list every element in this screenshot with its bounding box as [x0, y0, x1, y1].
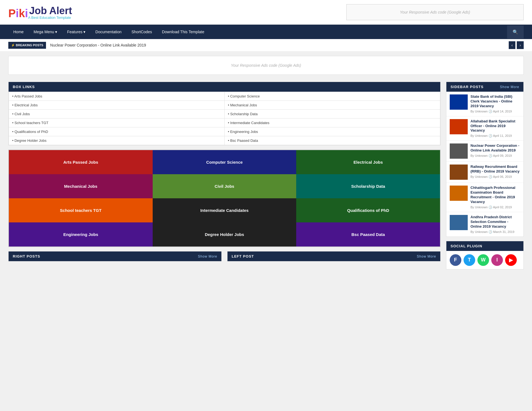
list-item[interactable]: • School teachers TGT — [9, 119, 225, 127]
grid-item[interactable]: Computer Science — [153, 150, 296, 174]
logo-sub: A Best Education Template — [28, 16, 72, 20]
right-posts-col: RIGHT POSTS Show More — [8, 251, 222, 261]
sidebar-post-content: Andhra Pradesh District Selection Commit… — [470, 215, 520, 234]
sidebar-post[interactable]: Allahabad Bank Specialist Officer - Onli… — [446, 116, 523, 141]
breaking-badge: ⚡ BREAKING POSTS — [8, 42, 46, 49]
box-links-section: BOX LINKS • Arts Passed Jobs• Computer S… — [8, 82, 441, 145]
grid-item[interactable]: Electrical Jobs — [296, 150, 440, 174]
sidebar-post[interactable]: Chhattisgarh Professional Examination Bo… — [446, 183, 523, 212]
sidebar-post-meta: By Unknown 🕓 April 14, 2019 — [470, 110, 520, 113]
logo[interactable]: Piki Job Alert A Best Education Template — [8, 5, 72, 20]
colored-grid: Arts Passed JobsComputer ScienceElectric… — [8, 150, 441, 247]
grid-item[interactable]: Arts Passed Jobs — [9, 150, 153, 174]
sidebar-posts-section: SIDEBAR POSTS Show More State Bank of In… — [446, 82, 524, 237]
facebook-icon[interactable]: F — [450, 254, 461, 266]
nav-shortcodes[interactable]: ShortCodes — [127, 25, 157, 39]
table-row: • Arts Passed Jobs• Computer Science — [9, 92, 440, 101]
grid-item[interactable]: Scholarship Data — [296, 174, 440, 198]
nav-documentation[interactable]: Documentation — [90, 25, 126, 39]
sidebar-post-meta: By Unknown 🕓 March 31, 2019 — [470, 230, 520, 234]
content-ads-banner: Your Responsive Ads code (Google Ads) — [8, 56, 524, 75]
grid-item[interactable]: Civil Jobs — [153, 174, 296, 198]
sidebar: SIDEBAR POSTS Show More State Bank of In… — [446, 82, 524, 274]
logo-text-block: Job Alert A Best Education Template — [28, 5, 72, 20]
sidebar-thumb — [450, 143, 468, 159]
list-item[interactable]: • Arts Passed Jobs — [9, 92, 225, 101]
header: Piki Job Alert A Best Education Template… — [0, 0, 532, 25]
left-post-col: LEFT POST Show More — [227, 251, 441, 261]
sidebar-posts-list: State Bank of India (SBI) Clerk Vacancie… — [446, 92, 523, 237]
list-item[interactable]: • Computer Science — [224, 92, 440, 101]
sidebar-post[interactable]: Andhra Pradesh District Selection Commit… — [446, 212, 523, 237]
list-item[interactable]: • Intermediate Candidates — [224, 119, 440, 127]
sidebar-thumb — [450, 186, 468, 201]
left-post-show-more[interactable]: Show More — [417, 255, 436, 258]
social-icons-list: FTWI▶ — [446, 251, 523, 269]
sidebar-post-content: State Bank of India (SBI) Clerk Vacancie… — [470, 94, 520, 113]
list-item[interactable]: • Qualifications of PhD — [9, 127, 225, 136]
sidebar-post-meta: By Unknown 🕓 April 02, 2019 — [470, 206, 520, 209]
list-item[interactable]: • Degree Holder Jobs — [9, 136, 225, 145]
table-row: • Degree Holder Jobs• Bsc Paased Data — [9, 136, 440, 145]
sidebar-posts-header: SIDEBAR POSTS Show More — [446, 82, 523, 92]
table-row: • School teachers TGT• Intermediate Cand… — [9, 119, 440, 127]
grid-item[interactable]: Qualifications of PhD — [296, 198, 440, 222]
sidebar-post[interactable]: Railway Recruitment Board (RRB) - Online… — [446, 162, 523, 183]
sidebar-post-content: Railway Recruitment Board (RRB) - Online… — [470, 165, 520, 180]
header-ads-banner: Your Responsive Ads code (Google Ads) — [346, 4, 524, 20]
table-row: • Civil Jobs• Scholarship Data — [9, 110, 440, 119]
sidebar-thumb — [450, 215, 468, 230]
whatsapp-icon[interactable]: W — [477, 254, 489, 266]
list-item[interactable]: • Bsc Paased Data — [224, 136, 440, 145]
left-post-header: LEFT POST Show More — [227, 251, 440, 261]
table-row: • Qualifications of PhD• Engineering Job… — [9, 127, 440, 136]
table-row: • Electrical Jobs• Mechanical Jobs — [9, 101, 440, 110]
sidebar-post-title: Nuclear Power Corporation - Online Link … — [470, 143, 520, 153]
sidebar-post-content: Nuclear Power Corporation - Online Link … — [470, 143, 520, 159]
breaking-nav: ‹ › — [509, 41, 524, 49]
sidebar-post-meta: By Unknown 🕓 April 06, 2019 — [470, 175, 520, 179]
breaking-next[interactable]: › — [517, 41, 524, 49]
nav-left: Home Mega Menu ▾ Features ▾ Documentatio… — [8, 25, 209, 39]
breaking-prev[interactable]: ‹ — [509, 41, 516, 49]
main-content: BOX LINKS • Arts Passed Jobs• Computer S… — [0, 79, 532, 279]
social-plugin-section: SOCIAL PLUGIN FTWI▶ — [446, 241, 524, 269]
sidebar-post-meta: By Unknown 🕓 April 09, 2019 — [470, 154, 520, 158]
sidebar-post[interactable]: State Bank of India (SBI) Clerk Vacancie… — [446, 92, 523, 116]
grid-item[interactable]: Degree Holder Jobs — [153, 222, 296, 246]
list-item[interactable]: • Mechanical Jobs — [224, 101, 440, 110]
sidebar-post-content: Chhattisgarh Professional Examination Bo… — [470, 186, 520, 209]
main-nav: Home Mega Menu ▾ Features ▾ Documentatio… — [0, 25, 532, 39]
list-item[interactable]: • Engineering Jobs — [224, 127, 440, 136]
grid-item[interactable]: Engineering Jobs — [9, 222, 153, 246]
list-item[interactable]: • Civil Jobs — [9, 110, 225, 119]
sidebar-show-more[interactable]: Show More — [500, 85, 519, 89]
nav-home[interactable]: Home — [8, 25, 29, 39]
twitter-icon[interactable]: T — [464, 254, 475, 266]
nav-download[interactable]: Download This Template — [157, 25, 209, 39]
box-links-header: BOX LINKS — [9, 82, 440, 92]
sidebar-post-title: Chhattisgarh Professional Examination Bo… — [470, 186, 520, 204]
youtube-icon[interactable]: ▶ — [505, 254, 517, 266]
grid-item[interactable]: Mechanical Jobs — [9, 174, 153, 198]
sidebar-post[interactable]: Nuclear Power Corporation - Online Link … — [446, 141, 523, 162]
list-item[interactable]: • Electrical Jobs — [9, 101, 225, 110]
right-posts-show-more[interactable]: Show More — [198, 255, 217, 258]
list-item[interactable]: • Scholarship Data — [224, 110, 440, 119]
grid-item[interactable]: School teachers TGT — [9, 198, 153, 222]
logo-jobalert: Job Alert — [29, 5, 72, 16]
nav-features[interactable]: Features ▾ — [62, 25, 90, 39]
logo-piki: Piki — [8, 7, 28, 20]
sidebar-post-title: Andhra Pradesh District Selection Commit… — [470, 215, 520, 229]
bottom-posts: RIGHT POSTS Show More LEFT POST Show Mor… — [8, 251, 441, 261]
search-button[interactable]: 🔍 — [507, 25, 524, 38]
sidebar-thumb — [450, 165, 468, 180]
instagram-icon[interactable]: I — [491, 254, 503, 266]
breaking-bar: ⚡ BREAKING POSTS Nuclear Power Corporati… — [0, 39, 532, 52]
grid-item[interactable]: Intermediate Candidates — [153, 198, 296, 222]
sidebar-post-content: Allahabad Bank Specialist Officer - Onli… — [470, 119, 520, 138]
grid-item[interactable]: Bsc Paased Data — [296, 222, 440, 246]
sidebar-post-meta: By Unknown 🕓 April 11, 2019 — [470, 134, 520, 138]
nav-mega-menu[interactable]: Mega Menu ▾ — [29, 25, 62, 39]
sidebar-post-title: Allahabad Bank Specialist Officer - Onli… — [470, 119, 520, 133]
